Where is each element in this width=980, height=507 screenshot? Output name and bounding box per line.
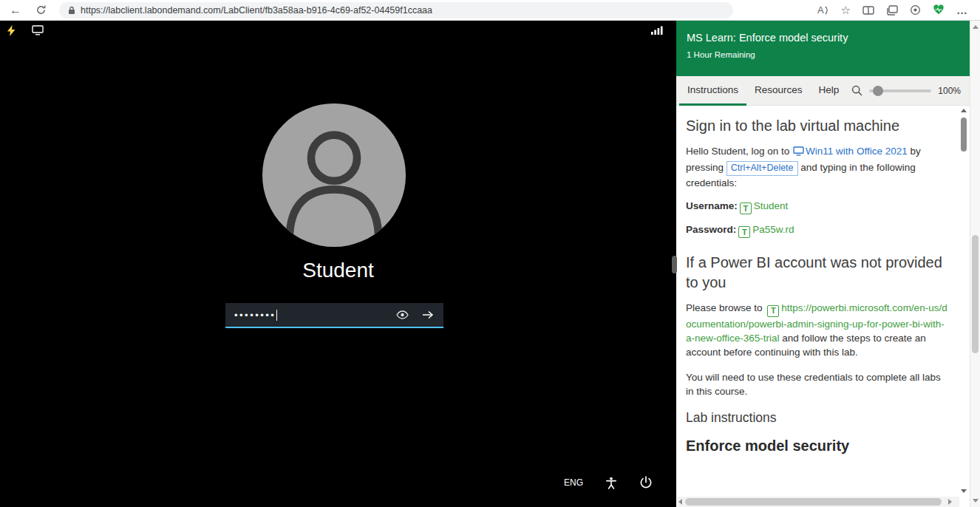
vm-link[interactable]: Win11 with Office 2021 xyxy=(806,146,908,157)
password-label: Password: xyxy=(686,224,736,235)
type-text-icon[interactable]: T xyxy=(740,203,752,214)
login-username: Student xyxy=(0,259,676,282)
browser-chrome: ← https://labclient.labondemand.com/LabC… xyxy=(0,0,980,21)
lab-header: MS Learn: Enforce model security 1 Hour … xyxy=(676,21,970,76)
tab-help[interactable]: Help xyxy=(811,76,848,106)
zoom-slider-knob[interactable] xyxy=(873,86,883,96)
connection-signal-icon[interactable] xyxy=(651,26,663,35)
person-silhouette-icon xyxy=(262,103,406,247)
password-masked-value: •••••••• xyxy=(234,310,276,321)
instructions-content: Sign in to the lab virtual machine Hello… xyxy=(676,106,959,497)
lab-title-header: MS Learn: Enforce model security xyxy=(687,32,959,44)
scroll-left-icon[interactable] xyxy=(678,499,682,505)
scroll-down-icon[interactable] xyxy=(961,489,967,493)
vm-login-screen: Student •••••••• ENG xyxy=(0,40,676,507)
url-text: https://labclient.labondemand.com/LabCli… xyxy=(81,5,432,16)
tab-instructions[interactable]: Instructions xyxy=(679,76,746,106)
vm-viewport: Student •••••••• ENG xyxy=(0,21,676,507)
refresh-icon[interactable] xyxy=(31,1,50,19)
scroll-up-icon[interactable] xyxy=(961,109,967,112)
password-input[interactable]: •••••••• xyxy=(225,303,443,328)
accessibility-icon[interactable] xyxy=(605,477,617,489)
scrollbar-thumb[interactable] xyxy=(961,118,967,152)
submit-password-arrow-icon[interactable] xyxy=(419,307,437,322)
browser-essentials-icon[interactable] xyxy=(933,4,945,16)
powerbi-paragraph: Please browse to Thttps://powerbi.micros… xyxy=(686,301,948,359)
scroll-down-icon[interactable] xyxy=(973,499,979,503)
login-bottom-bar: ENG xyxy=(564,476,653,489)
powerbi-heading: If a Power BI account was not provided t… xyxy=(686,253,948,292)
username-row: Username:TStudent xyxy=(686,200,948,214)
page-vertical-scrollbar[interactable] xyxy=(970,21,980,507)
vm-link-monitor-icon xyxy=(793,147,804,158)
copilot-icon[interactable] xyxy=(910,4,921,16)
panel-splitter-handle[interactable] xyxy=(672,256,677,273)
split-screen-icon[interactable] xyxy=(862,5,874,16)
tab-resources[interactable]: Resources xyxy=(746,76,811,106)
scroll-up-icon[interactable] xyxy=(973,25,979,29)
address-bar[interactable]: https://labclient.labondemand.com/LabCli… xyxy=(59,2,733,18)
zoom-slider[interactable] xyxy=(869,89,931,92)
instructions-vertical-scrollbar[interactable] xyxy=(961,109,967,493)
type-text-icon[interactable]: T xyxy=(767,305,779,317)
ctrl-alt-delete-button[interactable]: Ctrl+Alt+Delete xyxy=(727,161,798,177)
vm-display-icon[interactable] xyxy=(32,25,44,35)
favorites-icon[interactable]: ☆ xyxy=(841,4,851,17)
scrollbar-thumb[interactable] xyxy=(685,498,942,506)
lab-actions-lightning-icon[interactable] xyxy=(7,25,16,36)
instructions-horizontal-scrollbar[interactable] xyxy=(677,497,959,507)
browser-toolbar-right: A ☆ … xyxy=(817,4,980,17)
p1-before: Hello Student, log on to xyxy=(686,146,792,157)
more-menu-icon[interactable]: … xyxy=(956,4,968,16)
collections-icon[interactable] xyxy=(886,5,898,16)
credentials-note: You will need to use these credentials t… xyxy=(686,370,948,398)
power-icon[interactable] xyxy=(639,476,653,489)
zoom-level: 100% xyxy=(938,86,961,96)
signin-heading: Sign in to the lab virtual machine xyxy=(686,116,948,135)
language-switcher[interactable]: ENG xyxy=(564,477,583,488)
vm-toolbar xyxy=(0,21,676,40)
text-caret xyxy=(276,310,277,321)
signin-paragraph: Hello Student, log on to Win11 with Offi… xyxy=(686,144,948,190)
main-area: Student •••••••• ENG xyxy=(0,21,980,507)
password-row: Password:TPa55w.rd xyxy=(686,224,948,238)
scrollbar-thumb[interactable] xyxy=(972,235,979,353)
zoom-controls: 100% xyxy=(851,85,970,96)
back-icon[interactable]: ← xyxy=(6,1,25,19)
password-value[interactable]: Pa55w.rd xyxy=(752,224,794,235)
type-text-icon[interactable]: T xyxy=(738,226,750,238)
reveal-password-eye-icon[interactable] xyxy=(393,307,412,322)
lab-exercise-title: Enforce model security xyxy=(686,438,948,455)
panel-tabs: Instructions Resources Help 100% xyxy=(676,76,970,106)
time-remaining: 1 Hour Remaining xyxy=(687,50,959,59)
lock-icon xyxy=(68,6,75,15)
read-aloud-icon[interactable]: A xyxy=(817,4,829,16)
scroll-right-icon[interactable] xyxy=(948,499,952,505)
p2-before: Please browse to xyxy=(686,302,765,313)
user-avatar xyxy=(262,103,406,247)
lab-instructions-panel: MS Learn: Enforce model security 1 Hour … xyxy=(676,21,970,507)
username-value[interactable]: Student xyxy=(754,200,789,211)
search-icon[interactable] xyxy=(851,85,862,96)
lab-instructions-heading: Lab instructions xyxy=(686,410,948,426)
username-label: Username: xyxy=(686,200,738,211)
